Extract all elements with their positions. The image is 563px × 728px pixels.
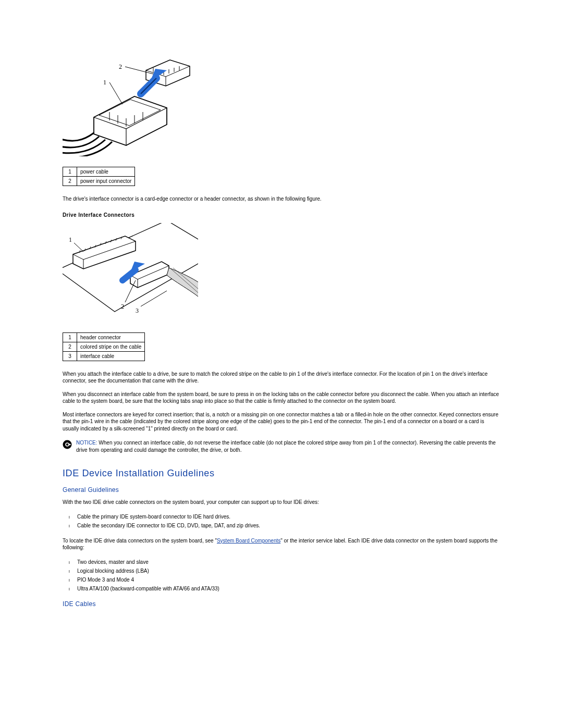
paragraph: When you disconnect an interface cable f… — [63, 391, 500, 405]
paragraph: Most interface connectors are keyed for … — [63, 411, 500, 433]
list-item: Cable the primary IDE system-board conne… — [77, 512, 500, 521]
paragraph: With the two IDE drive cable connectors … — [63, 499, 500, 506]
cell-num: 1 — [63, 332, 77, 342]
cell-num: 1 — [63, 167, 77, 177]
callout-1: 1 — [103, 79, 106, 86]
cell-text: power input connector — [77, 177, 135, 186]
notice-block: NOTICE: When you connect an interface ca… — [63, 439, 500, 453]
text-fragment: To locate the IDE drive data connectors … — [63, 538, 217, 544]
heading-ide-cables: IDE Cables — [63, 600, 500, 608]
paragraph: When you attach the interface cable to a… — [63, 371, 500, 385]
table-power-cable: 1power cable 2power input connector — [63, 167, 135, 186]
subheading-drive-interface-connectors: Drive Interface Connectors — [63, 212, 500, 218]
callout-1: 1 — [69, 236, 72, 243]
cell-text: power cable — [77, 167, 135, 177]
cell-num: 2 — [63, 342, 77, 351]
callout-2: 2 — [119, 63, 122, 70]
heading-general-guidelines: General Guidelines — [63, 486, 500, 493]
notice-text: When you connect an interface cable, do … — [76, 440, 496, 453]
cell-text: colored stripe on the cable — [77, 342, 145, 351]
paragraph: To locate the IDE drive data connectors … — [63, 537, 500, 551]
figure-power-cable: 1 2 — [63, 47, 500, 156]
paragraph: The drive's interface connector is a car… — [63, 195, 500, 203]
notice-icon — [63, 440, 72, 449]
heading-ide-device-installation-guidelines: IDE Device Installation Guidelines — [63, 468, 500, 479]
cell-num: 2 — [63, 177, 77, 186]
link-system-board-components[interactable]: System Board Components — [217, 538, 280, 544]
cell-text: header connector — [77, 332, 145, 342]
callout-2: 2 — [121, 303, 124, 310]
svg-line-11 — [109, 82, 123, 104]
cell-text: interface cable — [77, 351, 145, 361]
list-item: Logical blocking address (LBA) — [77, 566, 500, 575]
list-cabling: Cable the primary IDE system-board conne… — [63, 512, 500, 530]
list-item: PIO Mode 3 and Mode 4 — [77, 575, 500, 584]
callout-3: 3 — [136, 307, 139, 314]
table-drive-interface-connectors: 1header connector 2colored stripe on the… — [63, 332, 145, 361]
notice-label: NOTICE: — [76, 440, 97, 446]
list-item: Two devices, master and slave — [77, 558, 500, 566]
figure-drive-interface-connectors: 1 2 3 — [63, 223, 500, 322]
list-item: Ultra ATA/100 (backward-compatible with … — [77, 584, 500, 593]
cell-num: 3 — [63, 351, 77, 361]
svg-line-22 — [74, 243, 83, 252]
list-supports: Two devices, master and slave Logical bl… — [63, 558, 500, 593]
list-item: Cable the secondary IDE connector to IDE… — [77, 521, 500, 530]
